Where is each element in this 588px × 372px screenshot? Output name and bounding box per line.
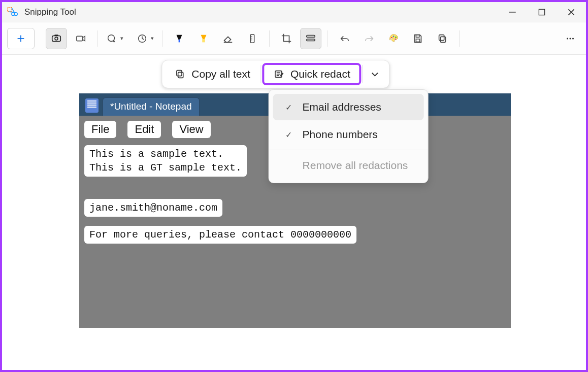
svg-point-36	[567, 38, 568, 39]
redo-button[interactable]	[358, 28, 380, 49]
svg-point-31	[395, 38, 396, 40]
eraser-tool-button[interactable]	[217, 28, 239, 49]
menu-separator	[269, 150, 428, 150]
file-menu: File	[84, 121, 116, 138]
check-icon: ✓	[284, 130, 293, 140]
app-title: Snipping Tool	[24, 7, 76, 17]
pen-tool-button[interactable]	[169, 28, 190, 49]
toolbar: ▾ ▾	[2, 22, 586, 55]
svg-rect-39	[178, 72, 183, 78]
svg-point-37	[569, 38, 571, 39]
titlebar: Snipping Tool	[2, 2, 586, 22]
save-button[interactable]	[407, 28, 429, 49]
check-icon: ✓	[284, 103, 293, 112]
separator	[363, 65, 363, 83]
svg-rect-32	[416, 35, 419, 37]
copy-all-text-label: Copy all text	[191, 68, 250, 80]
content-area: *Untitled - Notepad File Edit View This …	[2, 55, 586, 370]
svg-rect-12	[77, 36, 83, 41]
chevron-down-icon: ▾	[151, 35, 154, 42]
new-snip-button[interactable]	[7, 28, 35, 49]
redact-emails-item[interactable]: ✓ Email addresses	[273, 94, 424, 120]
svg-rect-40	[177, 71, 182, 76]
svg-point-10	[55, 37, 58, 40]
menu-item-label: Email addresses	[303, 101, 381, 113]
text-block: For more queries, please contact 0000000…	[84, 226, 356, 244]
mode-record-button[interactable]	[70, 28, 91, 49]
quick-redact-menu: ✓ Email addresses ✓ Phone numbers Remove…	[269, 89, 429, 183]
svg-point-38	[572, 38, 574, 39]
crop-button[interactable]	[276, 28, 297, 49]
separator	[459, 30, 460, 47]
copy-all-text-button[interactable]: Copy all text	[165, 63, 259, 85]
copy-button[interactable]	[432, 28, 453, 49]
remove-redactions-item[interactable]: Remove all redactions	[273, 152, 424, 179]
svg-point-30	[395, 36, 397, 38]
svg-point-13	[108, 35, 115, 41]
maximize-button[interactable]	[527, 2, 557, 22]
close-button[interactable]	[557, 2, 586, 22]
separator	[269, 30, 270, 47]
delay-dropdown[interactable]: ▾	[135, 28, 156, 49]
text-line: This is a sample text.	[89, 148, 223, 160]
more-button[interactable]	[560, 28, 581, 49]
ruler-tool-button[interactable]	[242, 28, 263, 49]
svg-rect-26	[307, 35, 315, 37]
text-block: This is a sample text. This is a GT samp…	[84, 145, 247, 177]
menu-item-label: Remove all redactions	[303, 159, 408, 172]
separator	[260, 65, 261, 83]
undo-button[interactable]	[334, 28, 355, 49]
notepad-tab: *Untitled - Notepad	[103, 97, 200, 116]
chevron-down-icon: ▾	[120, 35, 123, 42]
highlighter-tool-button[interactable]	[193, 28, 214, 49]
svg-rect-22	[250, 34, 254, 43]
shape-dropdown[interactable]: ▾	[104, 28, 125, 49]
svg-rect-9	[52, 36, 61, 41]
text-actions-button[interactable]	[300, 28, 321, 49]
quick-redact-dropdown-toggle[interactable]	[364, 63, 386, 85]
mode-snip-button[interactable]	[46, 28, 67, 49]
menu-item-label: Phone numbers	[303, 128, 378, 141]
window-controls	[498, 2, 586, 22]
svg-rect-27	[307, 39, 315, 41]
svg-rect-34	[440, 37, 445, 42]
separator	[162, 30, 162, 47]
svg-rect-4	[539, 9, 544, 15]
text-block: jane.smith@noname.com	[84, 199, 222, 217]
svg-rect-11	[54, 35, 58, 36]
redact-icon	[273, 69, 284, 80]
separator	[328, 30, 328, 47]
svg-line-18	[142, 39, 144, 40]
text-actions-bar: Copy all text Quick redact	[161, 60, 389, 88]
app-window: Snipping Tool ▾	[0, 0, 588, 372]
copy-icon	[174, 69, 185, 80]
chevron-down-icon	[371, 70, 380, 79]
svg-rect-19	[179, 39, 180, 42]
svg-point-29	[393, 36, 395, 37]
edit-menu: Edit	[127, 121, 161, 138]
svg-rect-20	[202, 39, 205, 42]
svg-rect-33	[416, 39, 419, 42]
minimize-button[interactable]	[498, 2, 527, 22]
svg-rect-0	[8, 7, 12, 11]
quick-redact-label: Quick redact	[290, 68, 350, 80]
text-line: This is a GT sample text.	[89, 162, 242, 174]
svg-rect-35	[439, 35, 444, 40]
redact-phones-item[interactable]: ✓ Phone numbers	[273, 121, 424, 148]
app-icon	[2, 7, 22, 18]
quick-redact-button[interactable]: Quick redact	[262, 63, 362, 85]
edit-in-paint-button[interactable]	[383, 28, 404, 49]
svg-point-28	[391, 37, 393, 38]
view-menu: View	[172, 121, 210, 138]
document-icon	[85, 98, 99, 113]
separator	[97, 30, 98, 47]
